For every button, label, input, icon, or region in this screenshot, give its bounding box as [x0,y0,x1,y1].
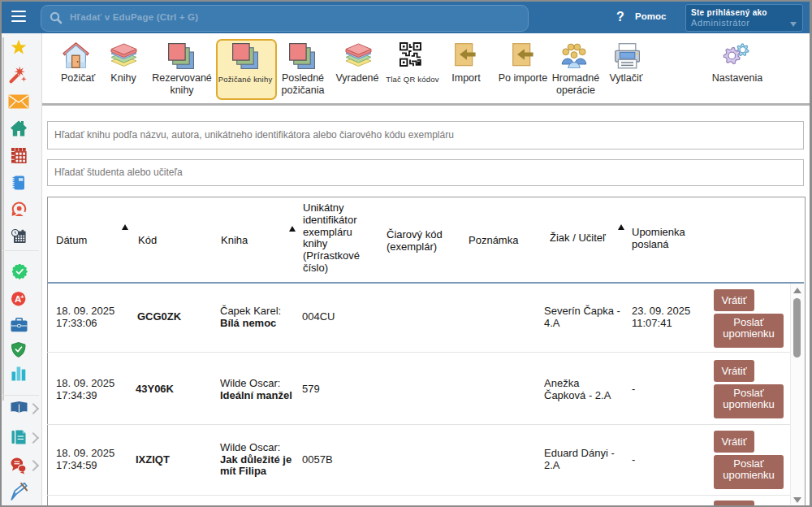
svg-text:+: + [20,292,24,300]
